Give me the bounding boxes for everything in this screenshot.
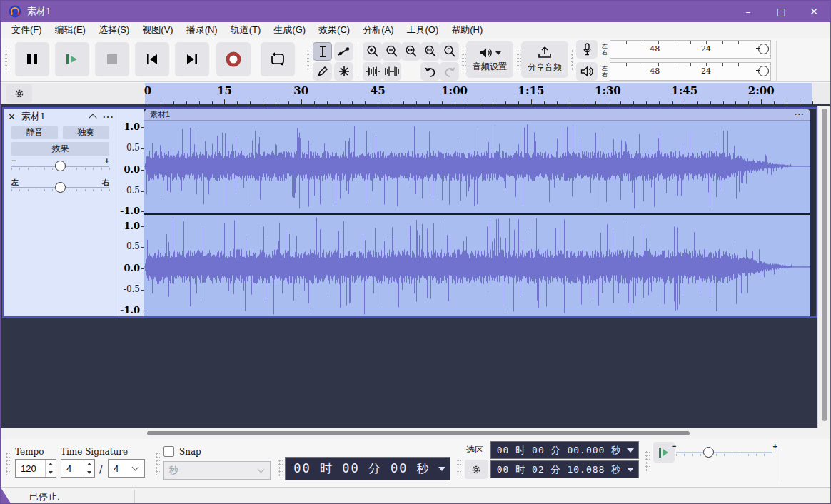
vertical-scrollbar-thumb[interactable] [822,109,827,421]
share-audio-button[interactable]: 分享音频 [521,41,568,78]
track[interactable]: ✕ 素材1 ··· 静音 独奏 效果 − + 左 右 [2,107,817,318]
horizontal-scrollbar-thumb[interactable] [147,431,690,435]
redo-button[interactable] [440,62,459,81]
maximize-button[interactable]: □ [765,1,797,22]
ts-down-button[interactable] [84,468,94,477]
pan-slider[interactable]: 左 右 [11,180,109,196]
audio-position-display[interactable]: 00 时 00 分 00 秒 [285,457,450,480]
solo-button[interactable]: 独奏 [63,126,109,139]
selection-start-value[interactable]: 00 时 00 分 00.000 秒 [491,444,627,457]
record-button[interactable] [216,42,251,76]
play-at-speed-grip[interactable] [645,450,650,473]
audio-setup-button[interactable]: 音频设置 [466,41,513,78]
track-close-button[interactable]: ✕ [8,111,16,122]
tempo-value[interactable]: 120 [16,463,45,474]
track-menu-button[interactable]: ··· [103,111,114,122]
selection-start-display[interactable]: 00 时 00 分 00.000 秒 [490,441,639,459]
menu-item[interactable]: 生成(G) [267,22,312,38]
trim-outside-selection-button[interactable] [363,62,382,81]
gain-slider-thumb[interactable] [55,161,66,171]
record-meter-button[interactable] [576,40,598,59]
timeline-options-button[interactable] [6,84,32,103]
play-meter-button[interactable] [576,62,598,81]
selection-tool-button[interactable] [313,42,332,61]
waveform-channel-left[interactable] [144,121,810,213]
snap-grip[interactable] [155,452,160,475]
mute-button[interactable]: 静音 [11,126,58,139]
fit-project-button[interactable] [420,42,440,61]
recording-meter[interactable]: 左右 -48-24 [576,40,771,59]
menu-item[interactable]: 帮助(H) [445,22,489,38]
draw-tool-button[interactable] [313,62,332,81]
menu-item[interactable]: 文件(F) [5,22,49,38]
horizontal-scrollbar[interactable] [1,428,830,439]
time-format-dropdown-icon[interactable] [627,448,634,453]
multi-tool-button[interactable] [334,62,353,81]
record-meter-scale[interactable]: -48-24 [610,40,771,59]
selection-options-button[interactable] [465,460,488,479]
track-control-panel[interactable]: ✕ 素材1 ··· 静音 独奏 效果 − + 左 右 [4,109,119,316]
time-signature-upper-value[interactable]: 4 [61,463,84,474]
skip-to-start-button[interactable] [135,42,169,76]
skip-to-end-button[interactable] [175,42,209,76]
menu-item[interactable]: 编辑(E) [49,22,92,38]
waveform-canvas-left[interactable] [144,121,810,211]
audio-setup-grip[interactable] [461,49,466,71]
zoom-in-button[interactable] [363,42,382,61]
play-meter-scale[interactable]: -48-24 [610,62,771,81]
transport-grip[interactable] [4,49,9,71]
menu-item[interactable]: 分析(A) [356,22,400,38]
loop-button[interactable] [261,42,295,76]
tempo-down-button[interactable] [46,468,56,477]
gain-slider[interactable]: − + [11,158,109,174]
close-button[interactable]: ✕ [797,1,830,22]
track-name[interactable]: 素材1 [21,110,90,123]
time-format-dropdown-icon[interactable] [627,468,634,472]
timeline-ruler[interactable]: 01530451:001:151:301:452:00 [145,83,831,104]
play-speed-slider[interactable]: − + [676,442,772,458]
snap-checkbox[interactable] [163,446,174,457]
zoom-out-button[interactable] [382,42,401,61]
vertical-scale[interactable]: 1.00.50.0-0.5-1.01.00.50.0-0.5-1.0 [119,109,144,316]
silence-selection-button[interactable] [382,62,401,81]
menu-item[interactable]: 轨道(T) [224,22,268,38]
undo-button[interactable] [420,62,440,81]
pause-button[interactable] [15,42,49,76]
selection-end-value[interactable]: 00 时 02 分 10.088 秒 [491,463,627,476]
ts-up-button[interactable] [84,460,94,468]
fit-selection-button[interactable] [401,42,420,61]
clip-menu-button[interactable]: ··· [795,110,805,119]
play-button[interactable] [55,42,89,76]
time-grip[interactable] [278,459,283,478]
track-canvas-area[interactable]: ✕ 素材1 ··· 静音 独奏 效果 − + 左 右 [1,104,830,428]
tempo-spinner[interactable]: 120 [15,459,56,478]
play-speed-slider-thumb[interactable] [703,447,714,458]
menu-item[interactable]: 工具(O) [400,22,445,38]
selection-end-display[interactable]: 00 时 02 分 10.088 秒 [490,460,639,478]
time-signature-lower-combo[interactable]: 4 [108,459,145,478]
waveform-canvas-right[interactable] [144,215,810,316]
menu-item[interactable]: 效果(C) [312,22,356,38]
envelope-tool-button[interactable] [334,42,353,61]
waveform-channel-right[interactable] [144,215,810,316]
track-collapse-icon[interactable] [89,114,96,121]
selection-grip[interactable] [456,459,461,478]
stop-button[interactable] [95,42,129,76]
menu-item[interactable]: 播录(N) [180,22,224,38]
minimize-button[interactable]: – [732,1,765,22]
tools-grip[interactable] [306,49,311,71]
share-grip[interactable] [516,49,521,71]
time-signature-grip[interactable] [5,452,10,475]
vertical-scrollbar[interactable] [817,106,830,428]
time-signature-upper-spinner[interactable]: 4 [61,459,95,478]
effects-button[interactable]: 效果 [11,142,109,156]
audio-position-value[interactable]: 00 时 00 分 00 秒 [286,460,438,477]
tempo-up-button[interactable] [46,460,56,468]
playback-meter[interactable]: 左右 -48-24 [576,62,771,81]
audio-clip[interactable]: 素材1 ··· [144,109,810,316]
pan-slider-thumb[interactable] [55,182,66,193]
time-format-dropdown-icon[interactable] [438,467,445,471]
menu-item[interactable]: 选择(S) [92,22,136,38]
meters-grip[interactable] [570,49,575,71]
snap-unit-combo[interactable]: 秒 [163,461,271,480]
